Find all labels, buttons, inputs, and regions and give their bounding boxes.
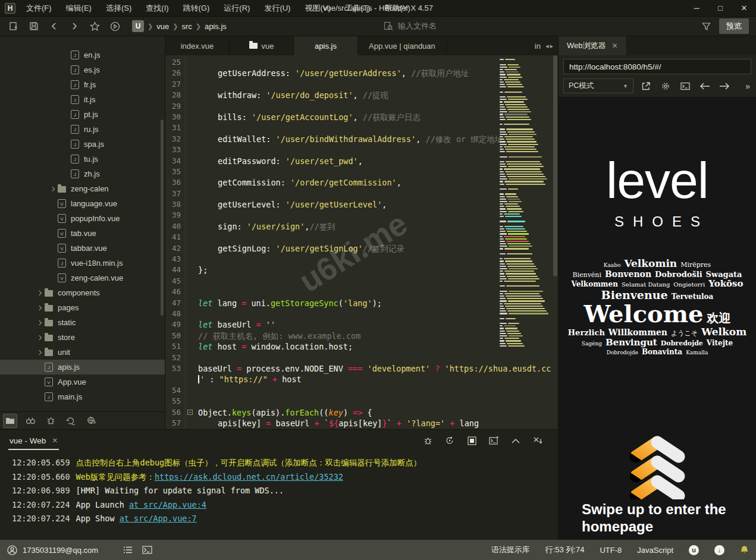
- fold-gutter[interactable]: [186, 188, 194, 199]
- fold-gutter[interactable]: [186, 134, 194, 144]
- console-tab[interactable]: vue - Web ✕: [8, 432, 59, 450]
- tree-item-tu.js[interactable]: Jtu.js: [0, 152, 165, 166]
- browser-back-icon[interactable]: [698, 79, 712, 93]
- fold-gutter[interactable]: [186, 243, 194, 254]
- fold-gutter[interactable]: [186, 407, 194, 418]
- line-number[interactable]: 26: [165, 68, 186, 78]
- file-search-input[interactable]: 输入文件名: [384, 21, 437, 32]
- bookmark-star-button[interactable]: [86, 18, 103, 34]
- fold-gutter[interactable]: [186, 177, 194, 188]
- menu-I[interactable]: 查找(I): [140, 1, 174, 15]
- minimap[interactable]: [500, 56, 551, 350]
- fold-gutter[interactable]: [186, 156, 194, 166]
- editor-tab-vue[interactable]: vue: [230, 36, 294, 55]
- line-number[interactable]: 28: [165, 90, 186, 100]
- tree-item-unit[interactable]: unit: [0, 345, 165, 360]
- console-clear-icon[interactable]: [532, 435, 544, 446]
- line-number[interactable]: 53: [165, 363, 186, 374]
- language-mode-label[interactable]: JavaScript: [637, 546, 673, 555]
- tree-item-popupInfo.vue[interactable]: VpopupInfo.vue: [0, 211, 165, 226]
- line-number[interactable]: 52: [165, 353, 186, 363]
- fold-gutter[interactable]: [186, 265, 194, 275]
- line-number[interactable]: 57: [165, 418, 186, 429]
- browser-forward-icon[interactable]: [717, 79, 732, 93]
- line-number[interactable]: 51: [165, 341, 186, 352]
- fold-gutter[interactable]: [186, 298, 194, 309]
- fold-gutter[interactable]: [186, 319, 194, 330]
- line-number[interactable]: 38: [165, 199, 186, 210]
- line-number[interactable]: 36: [165, 177, 186, 188]
- fold-gutter[interactable]: [186, 396, 194, 407]
- console-restart-icon[interactable]: [444, 435, 456, 446]
- fold-gutter[interactable]: [186, 68, 194, 78]
- line-number[interactable]: 46: [165, 287, 186, 297]
- tree-item-tab.vue[interactable]: Vtab.vue: [0, 226, 165, 241]
- line-number[interactable]: [165, 374, 186, 385]
- menu-S[interactable]: 选择(S): [100, 1, 137, 15]
- preview-button[interactable]: 预览: [719, 18, 749, 34]
- fold-gutter[interactable]: [186, 90, 194, 100]
- download-update-icon[interactable]: ↓: [714, 545, 724, 555]
- tree-item-components[interactable]: components: [0, 285, 165, 300]
- address-bar[interactable]: http://localhost:8080/h5/#/: [563, 59, 751, 74]
- line-number[interactable]: 37: [165, 188, 186, 199]
- menu-G[interactable]: 跳转(G): [177, 1, 216, 15]
- menu-F[interactable]: 文件(F): [20, 1, 58, 15]
- line-number[interactable]: 29: [165, 101, 186, 112]
- tree-item-zeng-calen[interactable]: zeng-calen: [0, 181, 165, 196]
- fold-gutter[interactable]: [186, 287, 194, 297]
- line-number[interactable]: 45: [165, 276, 186, 287]
- maximize-button[interactable]: □: [708, 0, 732, 16]
- fold-collapse-icon[interactable]: [187, 410, 193, 415]
- breadcrumb-item[interactable]: apis.js: [205, 22, 227, 31]
- menu-E[interactable]: 编辑(E): [60, 1, 98, 15]
- fold-gutter[interactable]: [186, 374, 194, 385]
- fold-gutter[interactable]: [186, 221, 194, 232]
- tree-item-en.js[interactable]: Jen.js: [0, 48, 165, 62]
- debug-panel-icon[interactable]: [43, 414, 58, 428]
- line-number[interactable]: 27: [165, 79, 186, 90]
- line-number[interactable]: 25: [165, 57, 186, 68]
- line-number[interactable]: 30: [165, 112, 186, 122]
- editor-tab-in[interactable]: in◂▸: [531, 36, 558, 55]
- browser-tab[interactable]: Web浏览器 ✕: [559, 36, 627, 55]
- fold-gutter[interactable]: [186, 79, 194, 90]
- line-number[interactable]: 40: [165, 221, 186, 232]
- console-tab-close-icon[interactable]: ✕: [52, 436, 58, 445]
- editor-scrollbar[interactable]: [553, 55, 557, 276]
- fold-gutter[interactable]: [186, 341, 194, 352]
- line-number[interactable]: 48: [165, 309, 186, 319]
- tree-item-apis.js[interactable]: Japis.js: [0, 360, 165, 375]
- tree-item-static[interactable]: static: [0, 315, 165, 330]
- minimize-button[interactable]: ─: [685, 0, 708, 16]
- line-number[interactable]: 31: [165, 122, 186, 133]
- console-new-terminal-icon[interactable]: [488, 435, 500, 446]
- tree-item-tabbar.vue[interactable]: Vtabbar.vue: [0, 241, 165, 256]
- syntax-lib-label[interactable]: 语法提示库: [491, 545, 530, 555]
- browser-viewport[interactable]: level SHOES KaaboVelkominMirëpresBienvén…: [559, 97, 756, 540]
- fold-gutter[interactable]: [186, 122, 194, 133]
- log-link[interactable]: at src/App.vue:4: [129, 500, 206, 509]
- line-number[interactable]: 49: [165, 319, 186, 330]
- line-number[interactable]: 55: [165, 396, 186, 407]
- browser-settings-gear-icon[interactable]: [658, 79, 673, 93]
- forward-button[interactable]: [65, 18, 83, 34]
- fold-gutter[interactable]: [186, 101, 194, 112]
- uni-verify-icon[interactable]: u: [689, 545, 699, 555]
- files-panel-icon[interactable]: [3, 414, 17, 428]
- tree-item-store[interactable]: store: [0, 330, 165, 345]
- breadcrumb-item[interactable]: src: [181, 22, 192, 31]
- line-number[interactable]: 39: [165, 210, 186, 221]
- fold-gutter[interactable]: [186, 309, 194, 319]
- fold-gutter[interactable]: [186, 199, 194, 210]
- fold-gutter[interactable]: [186, 232, 194, 243]
- outline-list-icon[interactable]: [123, 546, 133, 554]
- open-external-browser-icon[interactable]: [639, 79, 653, 93]
- editor-tab-App.vue[interactable]: App.vue | qianduan: [358, 36, 447, 55]
- menu-R[interactable]: 运行(R): [218, 1, 256, 15]
- line-number[interactable]: 56: [165, 407, 186, 418]
- tree-item-pt.js[interactable]: Jpt.js: [0, 107, 165, 122]
- svn-refresh-icon[interactable]: [64, 414, 78, 428]
- fold-gutter[interactable]: [186, 166, 194, 177]
- sidebar-scrollbar[interactable]: [161, 119, 164, 316]
